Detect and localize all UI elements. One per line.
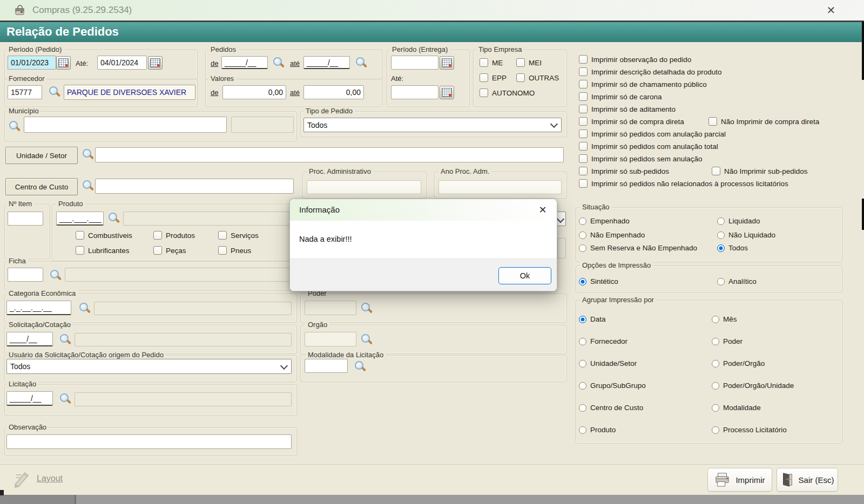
calendar-icon[interactable] (440, 56, 454, 70)
radio-sintetico[interactable]: Sintético (579, 277, 618, 285)
checkbox-mei[interactable]: MEI (516, 58, 542, 67)
search-icon[interactable] (79, 303, 91, 315)
search-icon[interactable] (50, 270, 62, 282)
checkbox-anulacao-parcial[interactable]: Imprimir só pedidos com anulação parcial (579, 130, 726, 138)
periodo-entrega-to-input[interactable] (391, 85, 438, 99)
checkbox-outras[interactable]: OUTRAS (516, 73, 559, 82)
checkbox-nao-relacionados-licitatorios[interactable]: Imprimir só pedidos não relacionados à p… (579, 179, 788, 188)
search-icon[interactable] (49, 86, 60, 98)
modalidade-input[interactable] (305, 359, 348, 373)
checkbox-imprimir-compra-direta[interactable]: Imprimir só de compra direta (579, 117, 684, 126)
observacao-input[interactable] (6, 434, 292, 449)
valores-ate-input[interactable]: 0,00 (303, 85, 364, 99)
proc-adm-input[interactable] (307, 180, 421, 194)
checkbox-me[interactable]: ME (480, 58, 503, 67)
centro-custo-button[interactable]: Centro de Custo (5, 178, 78, 195)
label-solicitacao: Solicitação/Cotação (6, 321, 73, 329)
periodo-pedido-to-input[interactable]: 04/01/2024 (97, 56, 147, 70)
label-proc-adm: Proc. Administrativo (307, 167, 373, 175)
usuario-select[interactable]: Todos (6, 359, 292, 374)
radio-nao-empenhado[interactable]: Não Empenhado (579, 231, 645, 239)
radio-nao-liquidado[interactable]: Não Liquidado (717, 231, 775, 239)
search-icon[interactable] (59, 334, 71, 346)
checkbox-nao-imprimir-compra-direta[interactable]: Não Imprimir de compra direta (708, 117, 819, 126)
solicitacao-input[interactable]: ____/__ (6, 332, 53, 346)
radio-agrupar-fornecedor[interactable]: Fornecedor (579, 337, 627, 345)
radio-sem-reserva[interactable]: Sem Reserva e Não Empenhado (579, 244, 697, 252)
valores-de-input[interactable]: 0,00 (222, 85, 286, 99)
tipo-pedido-select[interactable]: Todos (303, 118, 562, 132)
unidade-setor-input[interactable] (95, 147, 564, 162)
radio-agrupar-poder-orgao-unidade[interactable]: Poder/Orgão/Unidade (712, 382, 794, 390)
checkbox-servicos[interactable]: Serviços (218, 231, 259, 240)
produto-code-input[interactable]: ___.___.___ (56, 212, 104, 226)
dialog-title: Informação (290, 199, 557, 221)
checkbox-produtos[interactable]: Produtos (153, 231, 195, 240)
radio-liquidado[interactable]: Liquidado (717, 217, 760, 225)
checkbox-imprimir-chamamento[interactable]: Imprimir só de chamamento público (579, 80, 707, 88)
sair-button[interactable]: Sair (Esc) (777, 468, 838, 492)
checkbox-imprimir-aditamento[interactable]: Imprimir só de aditamento (579, 105, 676, 113)
radio-analitico[interactable]: Analítico (717, 277, 757, 285)
dialog-close-icon[interactable]: ✕ (535, 203, 550, 217)
pedidos-ate-input[interactable]: _____/__ (303, 56, 350, 69)
calendar-icon[interactable] (148, 56, 163, 70)
checkbox-so-sub-pedidos[interactable]: Imprimir só sub-pedidos (579, 167, 669, 175)
checkbox-lubrificantes[interactable]: Lubrificantes (76, 246, 130, 255)
radio-agrupar-processo-licitatorio[interactable]: Processo Licitatório (712, 426, 787, 434)
radio-agrupar-mes[interactable]: Mês (712, 315, 737, 323)
checkbox-autonomo[interactable]: AUTONOMO (480, 88, 535, 97)
search-icon[interactable] (361, 334, 373, 346)
checkbox-anulacao-total[interactable]: Imprimir só pedidos com anulação total (579, 142, 718, 151)
checkbox-pecas[interactable]: Peças (153, 246, 186, 255)
categoria-economica-input[interactable]: _._.__.__.__ (6, 301, 71, 315)
checkbox-sem-anulacao[interactable]: Imprimir só pedidos sem anulação (579, 154, 703, 163)
no-item-input[interactable] (8, 212, 43, 226)
radio-situacao-todos[interactable]: Todos (717, 244, 748, 252)
radio-agrupar-centro-custo[interactable]: Centro de Custo (579, 404, 643, 412)
pedidos-de-input[interactable]: _____/__ (221, 56, 268, 69)
checkbox-pneus[interactable]: Pneus (218, 246, 251, 255)
checkbox-imprimir-carona[interactable]: Imprimir só de carona (579, 92, 662, 101)
centro-custo-input[interactable] (95, 179, 294, 194)
radio-empenhado[interactable]: Empenhado (579, 217, 630, 225)
radio-agrupar-grupo-subgrupo[interactable]: Grupo/SubGrupo (579, 382, 646, 390)
calendar-icon[interactable] (440, 86, 454, 99)
chevron-down-icon (550, 120, 558, 128)
ano-proc-adm-input[interactable] (438, 180, 562, 194)
ok-button[interactable]: Ok (498, 267, 551, 284)
search-icon[interactable] (9, 121, 21, 133)
checkbox-combustiveis[interactable]: Combustíveis (76, 231, 132, 240)
radio-agrupar-produto[interactable]: Produto (579, 426, 616, 434)
orgao-input[interactable] (305, 332, 356, 346)
ficha-input[interactable] (8, 268, 43, 282)
window-close-icon[interactable]: ✕ (822, 3, 840, 18)
search-icon[interactable] (82, 149, 94, 161)
fornecedor-code-input[interactable]: 15777 (8, 85, 42, 99)
radio-agrupar-poder-orgao[interactable]: Poder/Orgão (712, 359, 765, 367)
search-icon[interactable] (273, 57, 285, 69)
periodo-entrega-from-input[interactable] (391, 56, 438, 70)
licitacao-input[interactable]: _____/__ (6, 391, 53, 406)
checkbox-imprimir-observacao[interactable]: Imprimir observação do pedido (579, 55, 691, 64)
search-icon[interactable] (361, 303, 373, 315)
radio-agrupar-poder[interactable]: Poder (712, 337, 742, 345)
layout-button[interactable]: Layout (11, 467, 63, 490)
search-icon[interactable] (108, 213, 120, 224)
bottom-toolbar: Layout Imprimir Sair (Esc) (0, 465, 864, 495)
search-icon[interactable] (355, 57, 367, 69)
periodo-pedido-from-input[interactable]: 01/01/2023 (8, 56, 56, 70)
unidade-setor-button[interactable]: Unidade / Setor (5, 147, 78, 164)
search-icon[interactable] (354, 361, 366, 373)
calendar-icon[interactable] (56, 56, 71, 70)
municipio-input[interactable] (24, 117, 227, 133)
checkbox-imprimir-descricao[interactable]: Imprimir descrição detalhada do produto (579, 67, 722, 76)
radio-agrupar-unidade-setor[interactable]: Unidade/Setor (579, 359, 637, 367)
radio-agrupar-modalidade[interactable]: Modalidade (712, 404, 761, 412)
imprimir-button[interactable]: Imprimir (707, 468, 772, 492)
checkbox-nao-imprimir-sub-pedidos[interactable]: Não Imprimir sub-pedidos (712, 167, 808, 175)
checkbox-epp[interactable]: EPP (480, 73, 507, 82)
search-icon[interactable] (59, 393, 71, 405)
search-icon[interactable] (82, 180, 94, 192)
radio-agrupar-data[interactable]: Data (579, 315, 606, 323)
